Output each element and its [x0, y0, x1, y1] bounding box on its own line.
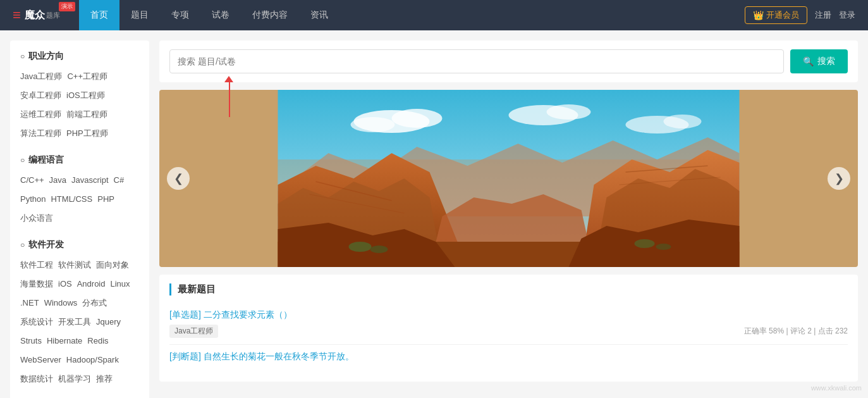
question-link-2[interactable]: [判断题] 自然生长的菊花一般在秋冬季节开放。 [169, 351, 848, 363]
sidebar-title-dev: 软件开发 [20, 239, 139, 251]
svg-point-3 [351, 117, 395, 132]
sidebar-link-test[interactable]: 软件测试 [58, 257, 91, 273]
sidebar-link-android2[interactable]: Android [77, 276, 106, 292]
sidebar-link-webserver[interactable]: WebServer [20, 352, 61, 368]
sidebar-link-recommend[interactable]: 推荐 [96, 371, 113, 387]
question-stats-1: 正确率 58% | 评论 2 | 点击 232 [744, 326, 848, 337]
sidebar-link-ml[interactable]: 机器学习 [58, 371, 91, 387]
sidebar-section-dev: 软件开发 软件工程 软件测试 面向对象 海量数据 iOS Android Lin… [20, 239, 139, 387]
header-right: 👑 开通会员 注册 登录 [745, 6, 855, 24]
sidebar-link-redis[interactable]: Redis [87, 333, 108, 349]
sidebar-link-minor[interactable]: 小众语言 [20, 210, 53, 227]
search-button-label: 搜索 [817, 56, 835, 67]
nav-special[interactable]: 专项 [160, 0, 200, 30]
sidebar-links-lang: C/C++ Java Javascript C# Python HTML/CSS… [20, 172, 139, 227]
sidebar-link-js[interactable]: Javascript [71, 172, 109, 189]
content-area: 🔍 搜索 [159, 40, 858, 398]
sidebar-link-algo[interactable]: 算法工程师 [20, 125, 61, 142]
login-link[interactable]: 登录 [839, 9, 855, 21]
sidebar-link-se[interactable]: 软件工程 [20, 257, 53, 273]
sidebar-link-oop[interactable]: 面向对象 [96, 257, 129, 273]
svg-point-25 [656, 244, 671, 250]
latest-questions-title: 最新题目 [169, 283, 848, 295]
sidebar: 职业方向 Java工程师 C++工程师 安卓工程师 iOS工程师 运维工程师 前… [10, 40, 149, 398]
banner-image [159, 90, 858, 267]
register-link[interactable]: 注册 [815, 9, 831, 21]
sidebar-link-stats[interactable]: 数据统计 [20, 371, 53, 387]
search-bar: 🔍 搜索 [159, 40, 858, 82]
search-arrow-indicator [226, 76, 233, 117]
question-link-1[interactable]: [单选题] 二分查找要求元素（） [169, 309, 848, 321]
svg-point-5 [547, 104, 591, 120]
sidebar-link-php[interactable]: PHP工程师 [66, 125, 108, 142]
sidebar-link-distributed[interactable]: 分布式 [82, 295, 107, 311]
sidebar-link-php2[interactable]: PHP [97, 191, 114, 208]
sidebar-title-lang: 编程语言 [20, 154, 139, 166]
svg-point-24 [635, 239, 655, 248]
sidebar-link-android[interactable]: 安卓工程师 [20, 87, 61, 104]
sidebar-link-ios[interactable]: iOS工程师 [66, 87, 105, 104]
svg-point-2 [392, 109, 443, 128]
sidebar-link-c[interactable]: C/C++ [20, 172, 44, 189]
svg-point-22 [349, 242, 372, 252]
banner-prev-button[interactable]: ❮ [167, 167, 190, 190]
demo-badge: 演示 [59, 2, 75, 11]
sidebar-link-windows[interactable]: Windows [44, 295, 78, 311]
svg-point-7 [664, 115, 702, 128]
sidebar-link-jquery[interactable]: Jquery [96, 314, 121, 330]
question-meta-1: Java工程师 正确率 58% | 评论 2 | 点击 232 [169, 325, 848, 338]
sidebar-link-sysdesign[interactable]: 系统设计 [20, 314, 53, 330]
nav-home[interactable]: 首页 [79, 0, 119, 30]
sidebar-links-career: Java工程师 C++工程师 安卓工程师 iOS工程师 运维工程师 前端工程师 … [20, 68, 139, 142]
logo-subtitle: 题库 [46, 11, 60, 20]
header: ≡ 魔众 题库 演示 首页 题目 专项 试卷 付费内容 资讯 👑 开通会员 注册… [0, 0, 868, 30]
vip-label: 开通会员 [766, 9, 799, 21]
vip-icon: 👑 [753, 10, 764, 20]
question-item: [单选题] 二分查找要求元素（） Java工程师 正确率 58% | 评论 2 … [169, 303, 848, 345]
nav-exams[interactable]: 试卷 [200, 0, 241, 30]
sidebar-link-frontend[interactable]: 前端工程师 [66, 106, 107, 123]
sidebar-link-ops[interactable]: 运维工程师 [20, 106, 61, 123]
nav-paid[interactable]: 付费内容 [241, 0, 299, 30]
sidebar-link-java[interactable]: Java工程师 [20, 68, 62, 85]
latest-questions-section: 最新题目 [单选题] 二分查找要求元素（） Java工程师 正确率 58% | … [159, 275, 858, 382]
nav-menu: 首页 题目 专项 试卷 付费内容 资讯 [79, 0, 745, 30]
sidebar-link-devtools[interactable]: 开发工具 [58, 314, 91, 330]
question-item-2: [判断题] 自然生长的菊花一般在秋冬季节开放。 [169, 345, 848, 373]
sidebar-link-bigdata[interactable]: 海量数据 [20, 276, 53, 292]
sidebar-links-dev: 软件工程 软件测试 面向对象 海量数据 iOS Android Linux .N… [20, 257, 139, 387]
sidebar-link-csharp[interactable]: C# [114, 172, 125, 189]
sidebar-link-dotnet[interactable]: .NET [20, 295, 39, 311]
question-tag-1[interactable]: Java工程师 [169, 325, 218, 338]
logo-area: ≡ 魔众 题库 演示 [13, 7, 60, 23]
sidebar-title-career: 职业方向 [20, 51, 139, 62]
search-input-wrapper [169, 49, 784, 73]
sidebar-link-ios2[interactable]: iOS [58, 276, 72, 292]
search-icon: 🔍 [803, 56, 814, 66]
banner-carousel: ❮ ❯ [159, 90, 858, 267]
sidebar-link-hibernate[interactable]: Hibernate [47, 333, 82, 349]
nav-news[interactable]: 资讯 [299, 0, 339, 30]
main-container: 职业方向 Java工程师 C++工程师 安卓工程师 iOS工程师 运维工程师 前… [0, 30, 868, 398]
sidebar-link-hadoop[interactable]: Hadoop/Spark [66, 352, 119, 368]
sidebar-link-cpp[interactable]: C++工程师 [67, 68, 107, 85]
nav-questions[interactable]: 题目 [119, 0, 160, 30]
sidebar-section-lang: 编程语言 C/C++ Java Javascript C# Python HTM… [20, 154, 139, 227]
sidebar-link-struts[interactable]: Struts [20, 333, 42, 349]
logo-text: 魔众 [25, 9, 45, 22]
search-input[interactable] [169, 49, 784, 73]
sidebar-section-career: 职业方向 Java工程师 C++工程师 安卓工程师 iOS工程师 运维工程师 前… [20, 51, 139, 142]
svg-point-23 [370, 246, 388, 253]
sidebar-link-python[interactable]: Python [20, 191, 46, 208]
sidebar-link-java2[interactable]: Java [49, 172, 66, 189]
vip-button[interactable]: 👑 开通会员 [745, 6, 807, 24]
banner-next-button[interactable]: ❯ [828, 167, 850, 190]
sidebar-link-linux[interactable]: Linux [110, 276, 130, 292]
sidebar-link-html[interactable]: HTML/CSS [51, 191, 92, 208]
logo-icon: ≡ [13, 7, 21, 23]
search-button[interactable]: 🔍 搜索 [790, 49, 848, 73]
